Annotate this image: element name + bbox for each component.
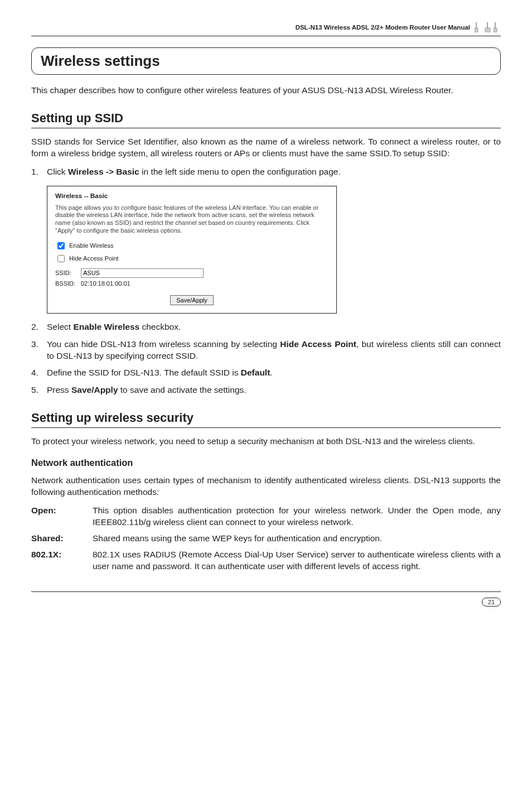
router-icons (475, 22, 501, 32)
auth-definitions: Open: This option disables authenticatio… (31, 505, 501, 572)
def-shared-body: Shared means using the same WEP keys for… (93, 533, 501, 545)
wireless-basic-panel: Wireless -- Basic This page allows you t… (47, 186, 337, 314)
page-header: DSL-N13 Wireless ADSL 2/2+ Modem Router … (31, 22, 501, 32)
def-open: Open: This option disables authenticatio… (31, 505, 501, 528)
step-bold: Enable Wireless (73, 322, 139, 331)
step-text: You can hide DSL-N13 from wireless scann… (47, 339, 280, 349)
def-8021x-term: 802.1X: (31, 549, 93, 572)
ssid-steps: 1. Click Wireless -> Basic in the left s… (31, 166, 501, 178)
step-text: checkbox. (139, 322, 181, 331)
enable-wireless-checkbox[interactable] (57, 242, 65, 249)
step-bold: Wireless -> Basic (68, 167, 139, 176)
step-bold: Default (241, 368, 270, 377)
ssid-label: SSID: (55, 269, 81, 276)
router-icon (484, 22, 491, 32)
ssid-paragraph: SSID stands for Service Set Identifier, … (31, 136, 501, 160)
security-heading: Setting up wireless security (31, 411, 501, 425)
step-4: 4. Define the SSID for DSL-N13. The defa… (31, 367, 501, 379)
ssid-heading-rule (31, 128, 501, 128)
step-text: Define the SSID for DSL-N13. The default… (47, 368, 241, 377)
router-icon (494, 22, 501, 32)
ssid-row: SSID: (55, 268, 328, 278)
netauth-paragraph: Network authentication uses certain type… (31, 475, 501, 498)
enable-wireless-label: Enable Wireless (69, 242, 113, 249)
footer-rule (31, 591, 501, 592)
panel-description: This page allows you to configure basic … (55, 204, 328, 235)
def-open-term: Open: (31, 505, 93, 528)
save-apply-button[interactable]: Save/Apply (170, 295, 214, 305)
step-2: 2. Select Enable Wireless checkbox. (31, 321, 501, 333)
step-text: Select (47, 322, 73, 331)
page-number: 21 (482, 598, 501, 607)
step-text: in the left side menu to open the config… (139, 167, 341, 176)
def-shared-term: Shared: (31, 533, 93, 545)
router-icon (475, 22, 482, 32)
step-3: 3. You can hide DSL-N13 from wireless sc… (31, 339, 501, 362)
netauth-heading: Network authentication (31, 458, 501, 468)
def-shared: Shared: Shared means using the same WEP … (31, 533, 501, 545)
def-8021x: 802.1X: 802.1X uses RADIUS (Remote Acces… (31, 549, 501, 572)
header-text: DSL-N13 Wireless ADSL 2/2+ Modem Router … (296, 24, 470, 31)
step-text: to save and activate the settings. (118, 385, 246, 394)
step-1: 1. Click Wireless -> Basic in the left s… (31, 166, 501, 178)
bssid-value: 02:10:18:01:00:01 (81, 280, 130, 287)
step-number: 5. (31, 384, 38, 396)
screenshot-container: Wireless -- Basic This page allows you t… (47, 186, 501, 314)
enable-wireless-row: Enable Wireless (55, 240, 328, 251)
hide-ap-row: Hide Access Point (55, 253, 328, 264)
step-text: Click (47, 167, 68, 176)
page-number-wrap: 21 (31, 596, 501, 607)
svg-rect-5 (494, 28, 497, 32)
svg-rect-1 (475, 28, 478, 32)
step-bold: Save/Apply (71, 385, 118, 394)
bssid-label: BSSID: (55, 280, 81, 287)
intro-paragraph: This chaper describes how to configure o… (31, 85, 501, 97)
ssid-heading: Setting up SSID (31, 111, 501, 126)
hide-ap-checkbox[interactable] (57, 255, 65, 262)
header-rule (31, 36, 501, 36)
panel-button-row: Save/Apply (55, 295, 328, 305)
ssid-steps-cont: 2. Select Enable Wireless checkbox. 3. Y… (31, 321, 501, 397)
def-open-body: This option disables authentication prot… (93, 505, 501, 528)
step-number: 1. (31, 166, 38, 178)
security-heading-rule (31, 427, 501, 428)
step-text: . (270, 368, 272, 377)
section-title: Wireless settings (41, 52, 160, 69)
step-text: Press (47, 385, 71, 394)
bssid-row: BSSID: 02:10:18:01:00:01 (55, 280, 328, 287)
step-number: 3. (31, 339, 38, 350)
hide-ap-label: Hide Access Point (69, 255, 119, 262)
section-title-box: Wireless settings (31, 47, 501, 75)
step-5: 5. Press Save/Apply to save and activate… (31, 384, 501, 396)
svg-rect-3 (485, 28, 490, 32)
panel-title: Wireless -- Basic (55, 192, 328, 200)
ssid-input[interactable] (81, 268, 204, 278)
step-number: 4. (31, 367, 38, 379)
def-8021x-body: 802.1X uses RADIUS (Remote Access Dial-U… (93, 549, 501, 572)
step-number: 2. (31, 321, 38, 333)
step-bold: Hide Access Point (280, 339, 356, 349)
security-paragraph: To protect your wireless network, you ne… (31, 436, 501, 447)
